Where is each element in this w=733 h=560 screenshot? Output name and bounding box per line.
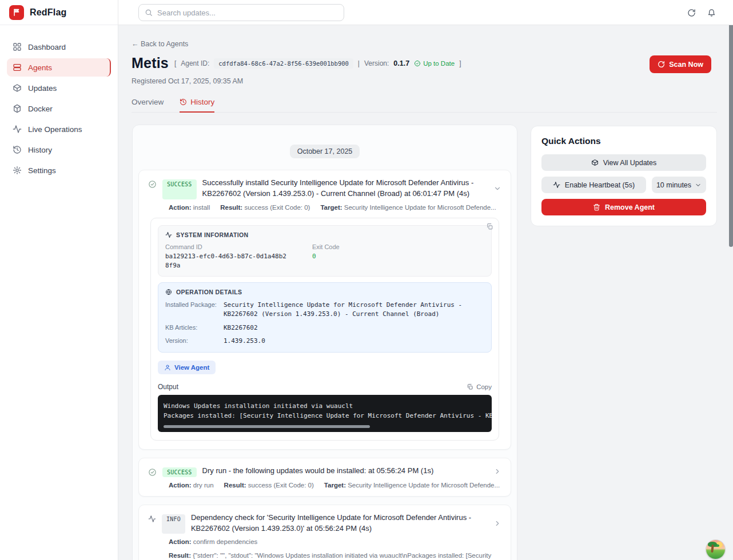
brand[interactable]: RedFlag [0,0,118,25]
exit-code-label: Exit Code [312,243,340,250]
check-circle-icon [414,60,421,67]
check-circle-icon [148,468,157,477]
view-all-updates-button[interactable]: View All Updates [541,154,706,171]
globe-icon [165,289,172,295]
copy-icon[interactable] [486,223,493,230]
pipe-divider: | [358,59,360,67]
sidebar: RedFlag Dashboard Agents Updates Docker … [0,0,118,560]
history-timeline: October 17, 2025 SUCCESS Successfully in… [132,125,517,560]
operation-details-panel: OPERATION DETAILS Installed Package: Sec… [158,282,492,353]
refresh-icon[interactable] [687,9,696,17]
flag-icon [13,8,21,17]
chevron-down-icon[interactable] [493,185,501,193]
ops-row-value: 1.439.253.0 [224,337,265,346]
output-terminal: Windows Updates installation initiated v… [158,395,492,432]
event-meta: Action: dry run Result: success (Exit Co… [169,482,501,489]
quick-actions-title: Quick Actions [541,136,706,146]
dashboard-grid-icon [13,42,22,51]
search-box[interactable] [138,4,344,21]
sidebar-item-dashboard[interactable]: Dashboard [7,38,111,56]
event-title: Successfully installd Security Intellige… [202,178,488,199]
bracket-close: ] [459,59,461,67]
event-card-install: SUCCESS Successfully installd Security I… [138,170,511,450]
sidebar-item-history[interactable]: History [7,141,111,159]
sidebar-item-label: Settings [28,166,56,175]
server-icon [13,63,22,72]
exit-code-value: 0 [312,252,340,261]
brand-name: RedFlag [30,7,67,18]
sidebar-item-label: Docker [28,105,53,113]
search-input[interactable] [157,9,338,17]
history-clock-icon [13,145,22,154]
search-icon [145,9,153,17]
bracket-open: [ [174,59,176,67]
activity-icon [165,231,172,238]
status-badge: INFO [162,514,185,534]
terminal-line: Windows Updates installation initiated v… [164,401,486,411]
sidebar-item-settings[interactable]: Settings [7,161,111,179]
page-scrollbar-thumb[interactable] [729,0,733,247]
sidebar-item-docker[interactable]: Docker [7,99,111,118]
island-overlay-icon[interactable] [706,540,725,559]
enable-heartbeat-button[interactable]: Enable Heartbeat (5s) [541,177,646,193]
back-to-agents-link[interactable]: ← Back to Agents [132,40,188,48]
terminal-hscrollbar[interactable] [164,425,370,428]
copy-icon [467,383,473,390]
sidebar-item-label: Dashboard [28,43,66,51]
topbar [118,0,733,25]
ops-row-label: KB Articles: [165,323,224,333]
bell-icon[interactable] [707,9,716,17]
chevron-right-icon[interactable] [493,467,501,475]
sidebar-item-agents[interactable]: Agents [7,58,111,77]
ops-row-label: Installed Package: [165,301,224,319]
user-icon [164,364,171,371]
event-action-line: Action: confirm dependencies [169,537,501,547]
system-information-panel: SYSTEM INFORMATION Command ID ba129213-e… [158,225,492,277]
package-icon [13,83,22,93]
main-content: ← Back to Agents Metis [ Agent ID: cdfdf… [118,25,733,560]
terminal-line: Packages installed: [Security Intelligen… [164,411,486,421]
view-agent-button[interactable]: View Agent [158,361,216,374]
chevron-right-icon[interactable] [493,519,501,527]
command-id-value: ba129213-efc0-4d63-b87c-0d1a48b28f9a [165,252,288,270]
sidebar-item-updates[interactable]: Updates [7,79,111,97]
version-label: Version: [364,59,389,67]
version-value: 0.1.7 [393,59,409,67]
copy-output-button[interactable]: Copy [467,383,492,390]
command-id-label: Command ID [165,243,288,250]
sidebar-item-label: Updates [28,84,57,93]
chevron-down-icon [695,182,702,189]
package-icon [591,159,599,166]
ops-row-label: Version: [165,337,224,346]
event-meta: Action: install Result: success (Exit Co… [169,204,501,211]
ops-row-value: KB2267602 [224,323,258,333]
gear-icon [13,166,22,175]
history-clock-icon [180,98,187,106]
activity-icon [553,181,560,189]
activity-icon [148,515,156,534]
cube-icon [13,104,22,113]
remove-agent-button[interactable]: Remove Agent [541,199,706,215]
date-chip: October 17, 2025 [290,145,360,158]
status-badge: SUCCESS [162,179,197,199]
event-card-dependency-check: INFO Dependency check for 'Security Inte… [138,505,511,560]
sidebar-item-live-operations[interactable]: Live Operations [7,120,111,138]
interval-dropdown[interactable]: 10 minutes [652,177,706,193]
ops-row-value: Security Intelligence Update for Microso… [224,301,484,319]
event-card-dry-run: SUCCESS Dry run - the following updates … [138,458,511,497]
event-title: Dependency check for 'Security Intellige… [191,513,488,534]
refresh-icon [658,61,665,68]
agent-id-chip: cdfdfa84-68c6-47a2-8f56-639e001bb900 [214,58,353,69]
sidebar-item-label: Live Operations [28,125,82,134]
tab-overview[interactable]: Overview [132,97,164,112]
event-details-panel: SYSTEM INFORMATION Command ID ba129213-e… [150,218,499,441]
trash-icon [593,203,600,211]
status-badge: SUCCESS [162,467,197,477]
output-label: Output [158,383,178,391]
sidebar-item-label: History [28,146,52,154]
check-circle-icon [148,180,157,199]
scan-now-button[interactable]: Scan Now [650,55,711,73]
tab-history[interactable]: History [180,97,214,113]
event-title: Dry run - the following updates would be… [202,466,488,477]
sidebar-nav: Dashboard Agents Updates Docker Live Ope… [0,25,118,192]
